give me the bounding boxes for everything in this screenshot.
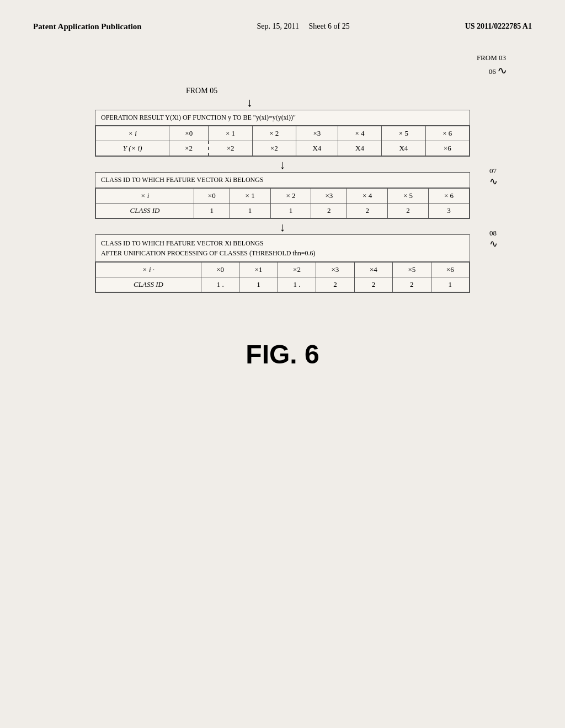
header-x2-08: ×2 xyxy=(278,263,316,277)
cell-y-x3: X4 xyxy=(296,141,338,156)
header-x3: ×3 xyxy=(296,126,338,141)
header-x2: × 2 xyxy=(252,126,296,141)
header-x1-07: × 1 xyxy=(230,189,270,204)
block06-table: OPERATION RESULT Y(Xi) OF FUNCTION y TO … xyxy=(95,110,470,157)
header-x6-08: ×6 xyxy=(431,263,469,277)
cell-classid-x3-08: 2 xyxy=(316,277,354,292)
header-xi-08: × i · xyxy=(96,263,201,277)
header-x0: ×0 xyxy=(169,126,209,141)
header-date: Sep. 15, 2011 xyxy=(257,22,299,30)
cell-classid-x6-07: 3 xyxy=(429,204,470,218)
block07-label: 07 ∿ xyxy=(489,167,498,188)
block07-wrapper: 07 ∿ CLASS ID TO WHICH FEATURE VECTOR Xi… xyxy=(95,172,470,221)
header-xi: × i xyxy=(96,126,169,141)
header-x6-07: × 6 xyxy=(429,189,470,204)
block08-label: 08 ∿ xyxy=(489,229,498,250)
block08-data-table: × i · ×0 ×1 ×2 ×3 ×4 ×5 ×6 CLASS ID 1 . xyxy=(95,262,470,292)
block08-title2: AFTER UNIFICATION PROCESSING OF CLASSES … xyxy=(101,249,315,257)
cell-classid-x5-08: 2 xyxy=(393,277,431,292)
header-x0-08: ×0 xyxy=(201,263,239,277)
cell-classid-x1-07: 1 xyxy=(230,204,270,218)
block08-wrapper: 08 ∿ CLASS ID TO WHICH FEATURE VECTOR Xi… xyxy=(95,234,470,295)
cell-classid-x2-08: 1 . xyxy=(278,277,316,292)
row-label-y: Y (× i) xyxy=(96,141,169,156)
classid-label-07: CLASS ID xyxy=(96,204,194,218)
block06-title: OPERATION RESULT Y(Xi) OF FUNCTION y TO … xyxy=(95,110,470,126)
cell-classid-x6-08: 1 xyxy=(431,277,469,292)
cell-y-x5: X4 xyxy=(382,141,425,156)
cell-classid-x5-07: 2 xyxy=(388,204,429,218)
header-x1: × 1 xyxy=(209,126,252,141)
cell-y-x1: ×2 xyxy=(209,141,252,156)
table-row: × i ×0 × 1 × 2 ×3 × 4 × 5 × 6 xyxy=(96,189,470,204)
header-x1-08: ×1 xyxy=(239,263,278,277)
arrow-from05: ↓ xyxy=(247,97,253,109)
block07-table: CLASS ID TO WHICH FEATURE VECTOR Xi BELO… xyxy=(95,172,470,219)
header-publication: Patent Application Publication xyxy=(33,22,142,31)
arrow-block07-to-08: ↓ xyxy=(280,221,286,233)
header-x0-07: ×0 xyxy=(194,189,230,204)
from06-label: 06 ∿ xyxy=(489,65,506,77)
cell-classid-x2-07: 1 xyxy=(270,204,311,218)
from03-label: FROM 03 xyxy=(477,53,506,62)
header-x4-08: ×4 xyxy=(354,263,392,277)
classid-label-08: CLASS ID xyxy=(96,277,201,292)
right-from-labels: FROM 03 06 ∿ xyxy=(477,53,506,77)
figure-label: FIG. 6 xyxy=(246,339,319,370)
cell-classid-x4-08: 2 xyxy=(354,277,392,292)
header-patent-number: US 2011/0222785 A1 xyxy=(465,22,532,31)
block08-title1: CLASS ID TO WHICH FEATURE VECTOR Xi BELO… xyxy=(101,239,264,247)
cell-y-x2: ×2 xyxy=(252,141,296,156)
header-x3-08: ×3 xyxy=(316,263,354,277)
block08-title: CLASS ID TO WHICH FEATURE VECTOR Xi BELO… xyxy=(95,235,470,262)
cell-classid-x1-08: 1 xyxy=(239,277,278,292)
header-x2-07: × 2 xyxy=(270,189,311,204)
header-x6: × 6 xyxy=(425,126,469,141)
table-row: × i · ×0 ×1 ×2 ×3 ×4 ×5 ×6 xyxy=(96,263,470,277)
header-xi-07: × i xyxy=(96,189,194,204)
block07-data-table: × i ×0 × 1 × 2 ×3 × 4 × 5 × 6 CLASS ID 1 xyxy=(95,188,470,218)
cell-classid-x4-07: 2 xyxy=(347,204,388,218)
page: Patent Application Publication Sep. 15, … xyxy=(0,0,565,728)
header-x4-07: × 4 xyxy=(347,189,388,204)
arrow-block06-to-07: ↓ xyxy=(280,159,286,171)
cell-y-x4: X4 xyxy=(338,141,381,156)
cell-classid-x0-08: 1 . xyxy=(201,277,239,292)
cell-y-x6: ×6 xyxy=(425,141,469,156)
table-row: Y (× i) ×2 ×2 ×2 X4 X4 X4 ×6 xyxy=(96,141,470,156)
block07-title: CLASS ID TO WHICH FEATURE VECTOR Xi BELO… xyxy=(95,173,470,188)
header-x5-08: ×5 xyxy=(393,263,431,277)
header-x5-07: × 5 xyxy=(388,189,429,204)
header-date-sheet: Sep. 15, 2011 Sheet 6 of 25 xyxy=(257,22,350,31)
table-row: CLASS ID 1 . 1 1 . 2 2 2 1 xyxy=(96,277,470,292)
table-row: × i ×0 × 1 × 2 ×3 × 4 × 5 × 6 xyxy=(96,126,470,141)
block08-table: CLASS ID TO WHICH FEATURE VECTOR Xi BELO… xyxy=(95,234,470,293)
cell-classid-x0-07: 1 xyxy=(194,204,230,218)
header-x4: × 4 xyxy=(338,126,381,141)
header-x5: × 5 xyxy=(382,126,425,141)
cell-classid-x3-07: 2 xyxy=(311,204,347,218)
page-header: Patent Application Publication Sep. 15, … xyxy=(33,22,532,31)
from05-label: FROM 05 xyxy=(186,87,217,95)
header-sheet: Sheet 6 of 25 xyxy=(309,22,350,30)
table-row: CLASS ID 1 1 1 2 2 2 3 xyxy=(96,204,470,218)
block06-data-table: × i ×0 × 1 × 2 ×3 × 4 × 5 × 6 Y (× i) ×2… xyxy=(95,126,470,156)
cell-y-x0: ×2 xyxy=(169,141,209,156)
header-x3-07: ×3 xyxy=(311,189,347,204)
